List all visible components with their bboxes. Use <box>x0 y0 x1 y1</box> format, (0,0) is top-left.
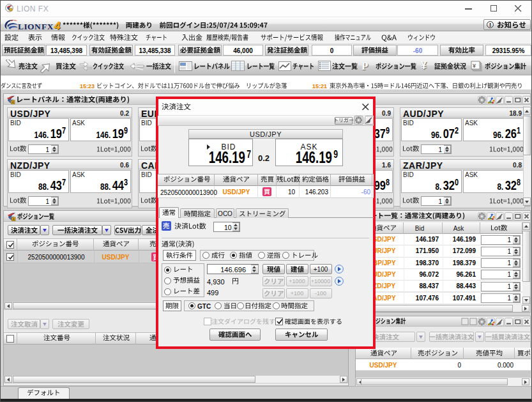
svg-text:¥: ¥ <box>473 63 476 69</box>
